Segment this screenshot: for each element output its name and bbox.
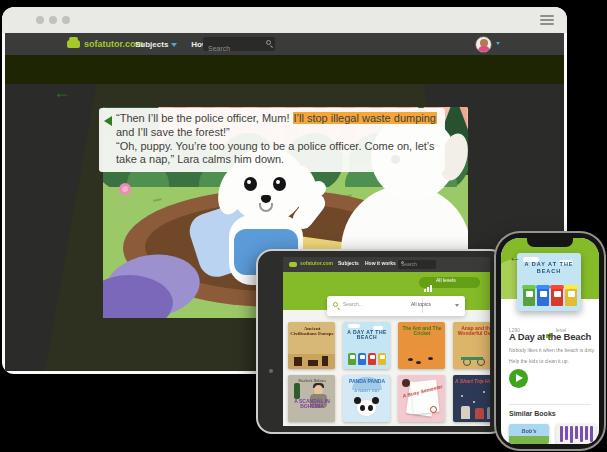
cover-art — [590, 426, 593, 442]
ant-art — [408, 358, 413, 361]
snow-art — [473, 401, 475, 403]
avatar-body — [478, 46, 490, 53]
back-button[interactable]: ← — [509, 250, 521, 264]
nav-subjects[interactable]: Subjects — [338, 260, 359, 266]
cover-art — [565, 426, 568, 440]
bin-art — [551, 287, 563, 306]
avatar[interactable] — [475, 36, 492, 53]
tablet-site-header: sofatutor.com Subjects How it works Sear… — [283, 257, 490, 272]
story-text-bubble: “Then I’ll be the police officer, Mum! I… — [99, 108, 445, 172]
eye-glint — [247, 180, 251, 184]
phone-notch — [527, 238, 573, 247]
nav-subjects[interactable]: Subjects — [135, 40, 177, 49]
story-paragraph: “Then I’ll be the police officer, Mum! I… — [116, 112, 437, 140]
panda-ear-art — [354, 397, 361, 404]
book-description: Nobody likes it when the beach is dirty.… — [509, 346, 599, 368]
search-icon — [333, 302, 338, 307]
all-topics-dropdown[interactable]: All topics — [411, 301, 431, 307]
coffee-cup-art — [402, 379, 410, 387]
cloud-art — [348, 324, 360, 328]
book-subtitle: Sherlock Holmes — [292, 378, 332, 383]
similar-book-cover-bobs[interactable]: Bob's — [509, 424, 549, 444]
flower-art — [119, 183, 131, 195]
cover-art — [575, 426, 578, 439]
book-subtitle: A RAINY DAY — [347, 388, 387, 393]
book-title: A DAY AT THE BEACH — [345, 330, 389, 340]
chevron-down-icon — [171, 43, 177, 47]
book-cover-anap-wonderful-oven[interactable]: Anap and the Wonderful Oven — [453, 322, 490, 369]
book-title: PANDA PANDA — [345, 379, 389, 384]
play-button[interactable] — [509, 369, 528, 388]
window-control-dot[interactable] — [36, 16, 44, 24]
window-controls[interactable] — [36, 16, 70, 24]
ant-art — [416, 361, 421, 364]
story-paragraph: “Oh, puppy. You’re too young to be a pol… — [116, 140, 437, 168]
puppy-eye-art — [273, 177, 286, 191]
panda-ear-art — [372, 397, 379, 404]
book-title: A SCANDAL IN BOHEMIA — [290, 399, 334, 409]
tablet-camera — [269, 369, 273, 373]
eye-glint — [276, 180, 280, 184]
audio-position-marker-icon[interactable] — [104, 116, 112, 126]
book-cover-day-at-the-beach[interactable]: A DAY AT THE BEACH — [343, 322, 390, 369]
book-title: A DAY AT THE BEACH — [522, 261, 577, 274]
similar-books-heading: Similar Books — [509, 410, 556, 417]
logo-text[interactable]: sofatutor.com — [300, 260, 333, 266]
sofatutor-logo[interactable]: sofatutor.com — [67, 37, 144, 51]
bin-art — [565, 287, 577, 306]
figure-art — [475, 408, 484, 419]
bin-art — [378, 353, 386, 365]
back-button[interactable]: ← — [53, 84, 71, 103]
puppy-paw-art — [311, 181, 326, 196]
browser-menu-icon[interactable] — [540, 15, 554, 25]
cover-art — [308, 360, 318, 366]
all-levels-button[interactable]: All levels — [419, 277, 480, 288]
similar-book-cover-knitting[interactable] — [556, 424, 596, 444]
book-title: Anap and the Wonderful Oven — [455, 326, 491, 336]
cover-art — [560, 426, 563, 442]
cover-art — [294, 357, 302, 366]
cover-art — [585, 426, 588, 440]
window-control-dot[interactable] — [62, 16, 70, 24]
book-page-title: A Day at the Beach — [509, 331, 591, 342]
cover-art — [580, 426, 583, 442]
cover-art — [570, 426, 573, 443]
header-search-box[interactable] — [203, 37, 275, 51]
book-cover-ant-and-cricket[interactable]: The Ant and The Cricket — [398, 322, 445, 369]
snow-art — [461, 395, 463, 397]
panda-eye-art — [360, 405, 365, 411]
tablet-search-bar[interactable]: Search... All topics — [327, 296, 465, 316]
couch-icon — [67, 40, 80, 48]
book-title: Bob's — [509, 428, 549, 434]
chevron-down-icon[interactable] — [455, 304, 459, 307]
site-header: sofatutor.com Subjects How it works — [5, 33, 564, 55]
search-placeholder: Search... — [343, 301, 363, 307]
panda-eye-art — [368, 405, 373, 411]
bin-art — [368, 353, 376, 365]
phone-mockup: ← A DAY AT THE BEACH L290 level A Day at… — [496, 233, 604, 449]
cover-art — [294, 383, 300, 399]
couch-icon — [289, 262, 297, 267]
ant-art — [428, 357, 433, 360]
account-chevron-down-icon[interactable] — [496, 42, 500, 45]
figure-art — [487, 407, 490, 419]
window-control-dot[interactable] — [49, 16, 57, 24]
book-cover-busy-semester[interactable]: A Busy Semester — [398, 375, 445, 422]
bin-art — [348, 353, 356, 365]
book-cover-panda-panda[interactable]: PANDA PANDA A RAINY DAY — [343, 375, 390, 422]
tablet-mockup: sofatutor.com Subjects How it works Sear… — [256, 249, 506, 434]
search-icon[interactable] — [266, 40, 271, 45]
book-cover-day-at-the-beach[interactable]: A DAY AT THE BEACH — [517, 253, 581, 311]
book-cover-ancient-civilisations[interactable]: Ancient Civilisations Europe — [288, 322, 335, 369]
cover-art — [461, 357, 483, 360]
book-title: The Ant and The Cricket — [400, 326, 444, 336]
book-title: Ancient Civilisations Europe — [290, 326, 334, 336]
nav-how-it-works[interactable]: How it works — [365, 260, 396, 266]
book-cover-short-trip-home[interactable]: A Short Trip Home — [453, 375, 490, 422]
book-title: A Short Trip Home — [455, 379, 491, 384]
search-input[interactable] — [203, 42, 275, 56]
book-cover-scandal-in-bohemia[interactable]: Sherlock Holmes A SCANDAL IN BOHEMIA — [288, 375, 335, 422]
tablet-header-search[interactable]: Search — [398, 260, 436, 269]
bin-art — [358, 353, 366, 365]
puppy-eye-art — [244, 177, 257, 191]
